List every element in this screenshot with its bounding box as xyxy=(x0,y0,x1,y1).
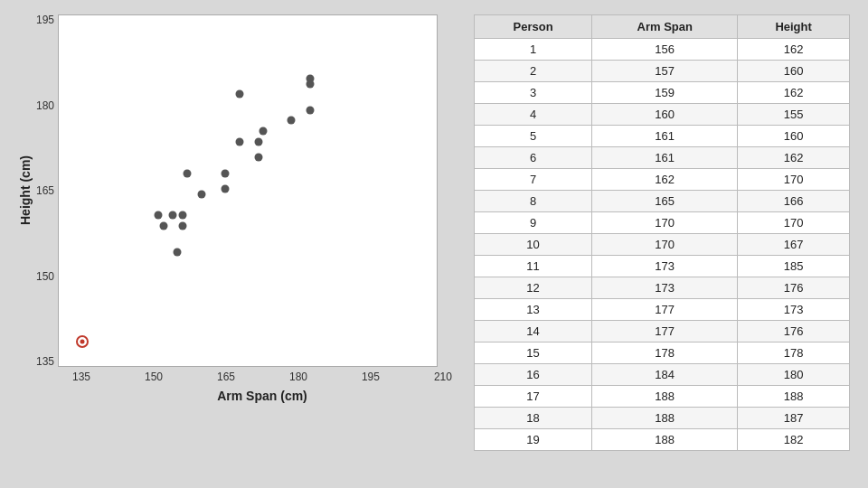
table-cell: 5 xyxy=(475,126,592,147)
x-tick: 165 xyxy=(217,371,235,383)
x-tick: 195 xyxy=(362,371,380,383)
x-axis-ticks: 135150165180195210 xyxy=(72,371,452,383)
table-cell: 1 xyxy=(475,39,592,61)
table-row: 15178178 xyxy=(475,343,850,364)
table-cell: 173 xyxy=(738,299,850,321)
data-point xyxy=(288,117,296,125)
data-point xyxy=(221,185,229,193)
data-point xyxy=(183,169,191,177)
table-cell: 16 xyxy=(475,364,592,386)
data-table-wrap: PersonArm SpanHeight11561622157160315916… xyxy=(474,14,850,451)
table-cell: 162 xyxy=(738,147,850,169)
table-cell: 161 xyxy=(592,126,738,147)
table-row: 5161160 xyxy=(475,126,850,147)
table-cell: 173 xyxy=(592,277,738,299)
data-point xyxy=(221,169,229,177)
data-point xyxy=(307,80,315,88)
table-cell: 156 xyxy=(592,39,738,61)
table-row: 4160155 xyxy=(475,104,850,126)
table-row: 19188182 xyxy=(475,429,850,451)
data-point xyxy=(169,211,177,220)
y-tick: 165 xyxy=(36,185,54,196)
x-tick: 135 xyxy=(72,371,90,383)
table-cell: 182 xyxy=(738,429,850,451)
table-cell: 177 xyxy=(592,299,738,321)
table-row: 18188187 xyxy=(475,408,850,429)
table-cell: 18 xyxy=(475,408,592,429)
table-row: 17188188 xyxy=(475,386,850,408)
table-cell: 19 xyxy=(475,429,592,451)
table-cell: 10 xyxy=(475,234,592,256)
data-point xyxy=(174,248,182,256)
data-point xyxy=(259,127,267,136)
data-point xyxy=(155,211,163,220)
table-header: Person xyxy=(475,15,592,39)
table-cell: 162 xyxy=(738,82,850,104)
y-tick: 150 xyxy=(36,271,54,282)
table-row: 16184180 xyxy=(475,364,850,386)
y-axis-ticks: 195180165150135 xyxy=(36,14,54,367)
data-point xyxy=(178,221,186,230)
table-cell: 12 xyxy=(475,277,592,299)
table-cell: 188 xyxy=(592,408,738,429)
table-cell: 9 xyxy=(475,212,592,234)
chart-plot-area: 195180165150135 135150165180195210 Arm S… xyxy=(36,14,452,403)
chart-area: Height (cm) 195180165150135 135150165180… xyxy=(18,14,452,403)
table-cell: 155 xyxy=(738,104,850,126)
table-header: Height xyxy=(738,15,850,39)
table-cell: 2 xyxy=(475,61,592,82)
table-cell: 160 xyxy=(738,126,850,147)
table-cell: 17 xyxy=(475,386,592,408)
table-cell: 159 xyxy=(592,82,738,104)
table-cell: 176 xyxy=(738,277,850,299)
data-point xyxy=(235,90,243,99)
table-cell: 4 xyxy=(475,104,592,126)
table-row: 11173185 xyxy=(475,256,850,277)
table-header: Arm Span xyxy=(592,15,738,39)
table-row: 14177176 xyxy=(475,321,850,343)
table-cell: 178 xyxy=(738,343,850,364)
table-cell: 170 xyxy=(592,212,738,234)
data-point xyxy=(307,106,315,114)
table-cell: 180 xyxy=(738,364,850,386)
table-cell: 160 xyxy=(738,61,850,82)
table-cell: 184 xyxy=(592,364,738,386)
data-point xyxy=(197,190,205,198)
data-point xyxy=(235,137,243,145)
table-cell: 188 xyxy=(592,429,738,451)
table-cell: 173 xyxy=(592,256,738,277)
table-cell: 7 xyxy=(475,169,592,191)
table-row: 13177173 xyxy=(475,299,850,321)
table-cell: 165 xyxy=(592,191,738,212)
data-point xyxy=(178,211,186,220)
x-axis-label: Arm Span (cm) xyxy=(72,389,452,403)
table-cell: 15 xyxy=(475,343,592,364)
y-tick: 180 xyxy=(36,100,54,111)
table-row: 3159162 xyxy=(475,82,850,104)
table-cell: 176 xyxy=(738,321,850,343)
table-cell: 167 xyxy=(738,234,850,256)
y-tick: 195 xyxy=(36,14,54,25)
data-point xyxy=(254,154,262,162)
outlier-inner xyxy=(80,339,85,343)
table-cell: 188 xyxy=(592,386,738,408)
table-cell: 13 xyxy=(475,299,592,321)
table-cell: 14 xyxy=(475,321,592,343)
table-cell: 6 xyxy=(475,147,592,169)
table-cell: 178 xyxy=(592,343,738,364)
table-cell: 170 xyxy=(738,212,850,234)
table-row: 8165166 xyxy=(475,191,850,212)
table-row: 10170167 xyxy=(475,234,850,256)
table-cell: 187 xyxy=(738,408,850,429)
table-cell: 157 xyxy=(592,61,738,82)
table-cell: 188 xyxy=(738,386,850,408)
table-cell: 162 xyxy=(592,169,738,191)
table-row: 12173176 xyxy=(475,277,850,299)
table-cell: 160 xyxy=(592,104,738,126)
table-row: 6161162 xyxy=(475,147,850,169)
outlier-point xyxy=(76,335,89,348)
main-container: Height (cm) 195180165150135 135150165180… xyxy=(0,0,868,488)
y-axis-label: Height (cm) xyxy=(18,14,33,367)
table-row: 7162170 xyxy=(475,169,850,191)
table-cell: 170 xyxy=(738,169,850,191)
